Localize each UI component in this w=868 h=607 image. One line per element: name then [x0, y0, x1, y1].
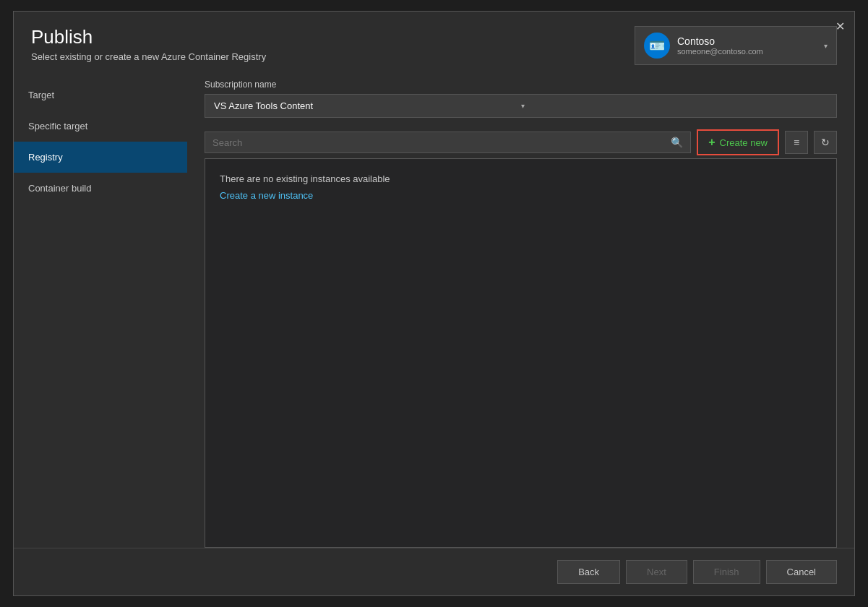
search-input[interactable]: [212, 137, 665, 148]
account-dropdown-icon: ▾: [824, 42, 828, 50]
footer: Back Next Finish Cancel: [14, 548, 854, 595]
main-content: Subscription name VS Azure Tools Content…: [187, 79, 854, 548]
cancel-button[interactable]: Cancel: [766, 560, 837, 584]
dialog-title: Publish: [31, 26, 266, 48]
avatar-icon: 🪪: [649, 38, 665, 53]
title-section: Publish Select existing or create a new …: [31, 26, 266, 62]
subscription-label: Subscription name: [205, 79, 837, 90]
create-new-button[interactable]: + Create new: [697, 129, 779, 155]
account-avatar: 🪪: [644, 33, 670, 59]
account-name: Contoso: [677, 35, 763, 47]
subscription-value: VS Azure Tools Content: [214, 100, 521, 111]
content-area: Target Specific target Registry Containe…: [14, 79, 854, 548]
close-button[interactable]: ✕: [831, 17, 848, 35]
subscription-dropdown[interactable]: VS Azure Tools Content ▾: [205, 94, 837, 118]
search-icon: 🔍: [671, 137, 683, 148]
instance-list: There are no existing instances availabl…: [205, 158, 837, 548]
empty-message: There are no existing instances availabl…: [220, 173, 822, 184]
plus-icon: +: [708, 136, 715, 149]
account-info: Contoso someone@contoso.com: [677, 35, 763, 56]
publish-dialog: ✕ Publish Select existing or create a ne…: [13, 11, 855, 596]
dialog-subtitle: Select existing or create a new Azure Co…: [31, 51, 266, 62]
title-bar: Publish Select existing or create a new …: [14, 12, 854, 65]
create-new-instance-link[interactable]: Create a new instance: [220, 190, 822, 201]
sort-button[interactable]: ≡: [785, 131, 808, 154]
sidebar-item-specific-target[interactable]: Specific target: [14, 111, 187, 142]
create-new-label: Create new: [720, 137, 768, 148]
sort-icon: ≡: [794, 137, 799, 148]
subscription-chevron-icon: ▾: [521, 102, 828, 110]
refresh-icon: ↻: [821, 137, 830, 148]
account-section[interactable]: 🪪 Contoso someone@contoso.com ▾: [635, 26, 837, 65]
sidebar-item-target[interactable]: Target: [14, 79, 187, 111]
sidebar-item-registry[interactable]: Registry: [14, 142, 187, 173]
sidebar: Target Specific target Registry Containe…: [14, 79, 187, 548]
sidebar-item-label: Specific target: [28, 121, 87, 132]
sidebar-item-container-build[interactable]: Container build: [14, 173, 187, 204]
refresh-button[interactable]: ↻: [814, 131, 837, 154]
account-email: someone@contoso.com: [677, 47, 763, 56]
search-box[interactable]: 🔍: [205, 132, 691, 153]
back-button[interactable]: Back: [557, 560, 620, 584]
toolbar-row: 🔍 + Create new ≡ ↻: [205, 129, 837, 155]
next-button[interactable]: Next: [626, 560, 687, 584]
sidebar-item-label: Registry: [28, 152, 63, 163]
finish-button[interactable]: Finish: [693, 560, 760, 584]
sidebar-item-label: Target: [28, 90, 54, 100]
sidebar-item-label: Container build: [28, 183, 91, 194]
